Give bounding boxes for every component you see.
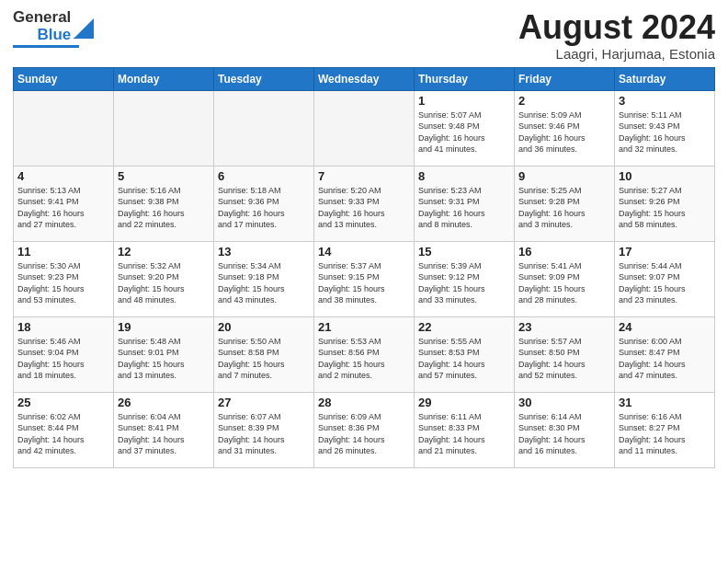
- header-tuesday: Tuesday: [214, 67, 314, 90]
- day-number: 27: [218, 396, 310, 409]
- table-cell: 12Sunrise: 5:32 AM Sunset: 9:20 PM Dayli…: [114, 241, 214, 316]
- table-cell: 2Sunrise: 5:09 AM Sunset: 9:46 PM Daylig…: [515, 90, 615, 166]
- day-number: 22: [418, 320, 510, 334]
- day-info: Sunrise: 6:00 AM Sunset: 8:47 PM Dayligh…: [619, 336, 711, 382]
- week-row-1: 1Sunrise: 5:07 AM Sunset: 9:48 PM Daylig…: [14, 90, 715, 166]
- logo-blue: Blue: [37, 27, 71, 44]
- logo-general: General: [13, 9, 71, 27]
- header: General Blue August 2024 Laagri, Harjuma…: [13, 9, 715, 62]
- day-number: 30: [518, 396, 610, 409]
- day-number: 15: [418, 245, 510, 259]
- day-number: 12: [118, 245, 210, 259]
- day-info: Sunrise: 5:53 AM Sunset: 8:56 PM Dayligh…: [318, 336, 410, 382]
- day-number: 7: [318, 169, 410, 183]
- day-info: Sunrise: 5:11 AM Sunset: 9:43 PM Dayligh…: [619, 109, 711, 155]
- day-info: Sunrise: 5:16 AM Sunset: 9:38 PM Dayligh…: [118, 185, 210, 231]
- day-number: 28: [318, 396, 410, 409]
- day-number: 2: [518, 94, 610, 108]
- day-number: 24: [619, 320, 711, 334]
- day-number: 14: [318, 245, 410, 259]
- header-saturday: Saturday: [615, 67, 715, 90]
- table-cell: 13Sunrise: 5:34 AM Sunset: 9:18 PM Dayli…: [214, 241, 314, 316]
- day-number: 20: [218, 320, 310, 334]
- table-cell: [114, 90, 214, 166]
- day-info: Sunrise: 5:23 AM Sunset: 9:31 PM Dayligh…: [418, 185, 510, 231]
- header-sunday: Sunday: [14, 67, 114, 90]
- week-row-3: 11Sunrise: 5:30 AM Sunset: 9:23 PM Dayli…: [14, 241, 715, 316]
- table-cell: 18Sunrise: 5:46 AM Sunset: 9:04 PM Dayli…: [14, 316, 114, 392]
- table-cell: 16Sunrise: 5:41 AM Sunset: 9:09 PM Dayli…: [515, 241, 615, 316]
- day-info: Sunrise: 5:25 AM Sunset: 9:28 PM Dayligh…: [518, 185, 610, 231]
- day-info: Sunrise: 5:55 AM Sunset: 8:53 PM Dayligh…: [418, 336, 510, 382]
- table-cell: 26Sunrise: 6:04 AM Sunset: 8:41 PM Dayli…: [114, 392, 214, 467]
- day-info: Sunrise: 5:27 AM Sunset: 9:26 PM Dayligh…: [619, 185, 711, 231]
- week-row-5: 25Sunrise: 6:02 AM Sunset: 8:44 PM Dayli…: [14, 392, 715, 467]
- table-cell: 7Sunrise: 5:20 AM Sunset: 9:33 PM Daylig…: [314, 166, 415, 241]
- week-row-2: 4Sunrise: 5:13 AM Sunset: 9:41 PM Daylig…: [14, 166, 715, 241]
- day-info: Sunrise: 5:30 AM Sunset: 9:23 PM Dayligh…: [17, 260, 109, 306]
- table-cell: [314, 90, 415, 166]
- day-info: Sunrise: 6:14 AM Sunset: 8:30 PM Dayligh…: [518, 411, 610, 457]
- table-cell: 10Sunrise: 5:27 AM Sunset: 9:26 PM Dayli…: [615, 166, 715, 241]
- day-info: Sunrise: 5:41 AM Sunset: 9:09 PM Dayligh…: [518, 260, 610, 306]
- day-info: Sunrise: 5:37 AM Sunset: 9:15 PM Dayligh…: [318, 260, 410, 306]
- logo-icon: [74, 15, 94, 39]
- header-monday: Monday: [114, 67, 214, 90]
- day-number: 4: [17, 169, 109, 183]
- day-info: Sunrise: 6:09 AM Sunset: 8:36 PM Dayligh…: [318, 411, 410, 457]
- day-number: 18: [17, 320, 109, 334]
- day-info: Sunrise: 5:34 AM Sunset: 9:18 PM Dayligh…: [218, 260, 310, 306]
- day-info: Sunrise: 5:20 AM Sunset: 9:33 PM Dayligh…: [318, 185, 410, 231]
- table-cell: 1Sunrise: 5:07 AM Sunset: 9:48 PM Daylig…: [415, 90, 515, 166]
- day-number: 31: [619, 396, 711, 409]
- day-number: 3: [619, 94, 711, 108]
- table-cell: 15Sunrise: 5:39 AM Sunset: 9:12 PM Dayli…: [415, 241, 515, 316]
- day-info: Sunrise: 6:07 AM Sunset: 8:39 PM Dayligh…: [218, 411, 310, 457]
- day-number: 9: [518, 169, 610, 183]
- day-number: 6: [218, 169, 310, 183]
- table-cell: 29Sunrise: 6:11 AM Sunset: 8:33 PM Dayli…: [415, 392, 515, 467]
- table-cell: 19Sunrise: 5:48 AM Sunset: 9:01 PM Dayli…: [114, 316, 214, 392]
- logo-underline: [13, 45, 79, 48]
- table-cell: 24Sunrise: 6:00 AM Sunset: 8:47 PM Dayli…: [615, 316, 715, 392]
- day-info: Sunrise: 5:09 AM Sunset: 9:46 PM Dayligh…: [518, 109, 610, 155]
- day-number: 16: [518, 245, 610, 259]
- table-cell: 17Sunrise: 5:44 AM Sunset: 9:07 PM Dayli…: [615, 241, 715, 316]
- header-friday: Friday: [515, 67, 615, 90]
- table-cell: 28Sunrise: 6:09 AM Sunset: 8:36 PM Dayli…: [314, 392, 415, 467]
- day-info: Sunrise: 5:46 AM Sunset: 9:04 PM Dayligh…: [17, 336, 109, 382]
- table-cell: 3Sunrise: 5:11 AM Sunset: 9:43 PM Daylig…: [615, 90, 715, 166]
- table-cell: 8Sunrise: 5:23 AM Sunset: 9:31 PM Daylig…: [415, 166, 515, 241]
- table-cell: [214, 90, 314, 166]
- day-number: 8: [418, 169, 510, 183]
- table-cell: 11Sunrise: 5:30 AM Sunset: 9:23 PM Dayli…: [14, 241, 114, 316]
- table-cell: 20Sunrise: 5:50 AM Sunset: 8:58 PM Dayli…: [214, 316, 314, 392]
- day-info: Sunrise: 6:16 AM Sunset: 8:27 PM Dayligh…: [619, 411, 711, 457]
- table-cell: 31Sunrise: 6:16 AM Sunset: 8:27 PM Dayli…: [615, 392, 715, 467]
- day-number: 5: [118, 169, 210, 183]
- day-info: Sunrise: 6:11 AM Sunset: 8:33 PM Dayligh…: [418, 411, 510, 457]
- table-cell: 21Sunrise: 5:53 AM Sunset: 8:56 PM Dayli…: [314, 316, 415, 392]
- table-cell: 9Sunrise: 5:25 AM Sunset: 9:28 PM Daylig…: [515, 166, 615, 241]
- day-info: Sunrise: 5:44 AM Sunset: 9:07 PM Dayligh…: [619, 260, 711, 306]
- location-subtitle: Laagri, Harjumaa, Estonia: [518, 46, 715, 62]
- header-thursday: Thursday: [415, 67, 515, 90]
- table-cell: 25Sunrise: 6:02 AM Sunset: 8:44 PM Dayli…: [14, 392, 114, 467]
- day-number: 10: [619, 169, 711, 183]
- day-number: 17: [619, 245, 711, 259]
- day-info: Sunrise: 6:04 AM Sunset: 8:41 PM Dayligh…: [118, 411, 210, 457]
- day-info: Sunrise: 5:50 AM Sunset: 8:58 PM Dayligh…: [218, 336, 310, 382]
- day-number: 13: [218, 245, 310, 259]
- day-number: 26: [118, 396, 210, 409]
- table-cell: 30Sunrise: 6:14 AM Sunset: 8:30 PM Dayli…: [515, 392, 615, 467]
- title-block: August 2024 Laagri, Harjumaa, Estonia: [518, 9, 715, 62]
- day-info: Sunrise: 5:18 AM Sunset: 9:36 PM Dayligh…: [218, 185, 310, 231]
- month-year-title: August 2024: [518, 9, 715, 46]
- day-number: 19: [118, 320, 210, 334]
- table-cell: 27Sunrise: 6:07 AM Sunset: 8:39 PM Dayli…: [214, 392, 314, 467]
- day-info: Sunrise: 6:02 AM Sunset: 8:44 PM Dayligh…: [17, 411, 109, 457]
- day-info: Sunrise: 5:57 AM Sunset: 8:50 PM Dayligh…: [518, 336, 610, 382]
- table-cell: 4Sunrise: 5:13 AM Sunset: 9:41 PM Daylig…: [14, 166, 114, 241]
- calendar-table: Sunday Monday Tuesday Wednesday Thursday…: [13, 67, 715, 468]
- day-info: Sunrise: 5:48 AM Sunset: 9:01 PM Dayligh…: [118, 336, 210, 382]
